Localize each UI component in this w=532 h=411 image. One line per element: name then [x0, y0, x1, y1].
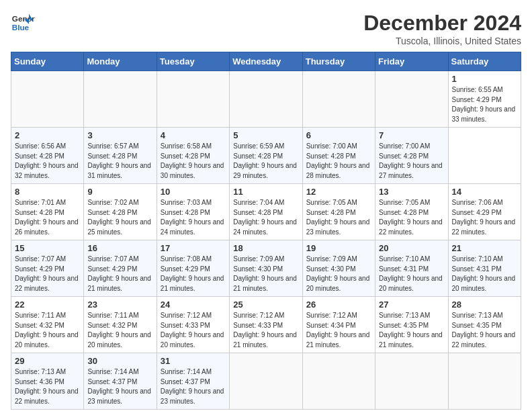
calendar-cell: 28Sunrise: 7:13 AMSunset: 4:35 PMDayligh…	[448, 297, 521, 353]
calendar-cell: 29Sunrise: 7:13 AMSunset: 4:36 PMDayligh…	[11, 353, 84, 410]
calendar-cell	[230, 71, 302, 128]
day-number: 8	[15, 187, 80, 197]
day-info: Sunrise: 6:59 AMSunset: 4:28 PMDaylight:…	[233, 142, 298, 181]
day-info: Sunrise: 7:01 AMSunset: 4:28 PMDaylight:…	[15, 198, 80, 237]
day-number: 16	[87, 243, 152, 253]
day-number: 24	[161, 300, 226, 310]
calendar-cell	[302, 71, 375, 128]
calendar-cell: 22Sunrise: 7:11 AMSunset: 4:32 PMDayligh…	[11, 297, 84, 353]
day-number: 7	[379, 130, 444, 140]
calendar-cell: 14Sunrise: 7:06 AMSunset: 4:29 PMDayligh…	[448, 184, 521, 240]
day-number: 27	[379, 300, 444, 310]
calendar-cell	[84, 71, 157, 128]
svg-text:Blue: Blue	[12, 23, 30, 32]
day-info: Sunrise: 7:12 AMSunset: 4:33 PMDaylight:…	[233, 311, 298, 350]
calendar-cell: 11Sunrise: 7:04 AMSunset: 4:28 PMDayligh…	[230, 184, 302, 240]
day-number: 26	[306, 300, 371, 310]
day-number: 21	[452, 243, 517, 253]
day-info: Sunrise: 6:58 AMSunset: 4:28 PMDaylight:…	[161, 142, 226, 181]
calendar-cell: 13Sunrise: 7:05 AMSunset: 4:28 PMDayligh…	[375, 184, 448, 240]
day-info: Sunrise: 7:00 AMSunset: 4:28 PMDaylight:…	[306, 142, 371, 181]
calendar-cell: 3Sunrise: 6:57 AMSunset: 4:28 PMDaylight…	[84, 128, 157, 184]
day-info: Sunrise: 7:10 AMSunset: 4:31 PMDaylight:…	[452, 255, 517, 293]
calendar-cell	[157, 71, 229, 128]
day-info: Sunrise: 7:14 AMSunset: 4:37 PMDaylight:…	[87, 367, 152, 406]
day-info: Sunrise: 6:57 AMSunset: 4:28 PMDaylight:…	[87, 142, 152, 181]
day-number: 28	[452, 300, 517, 310]
calendar-cell	[375, 353, 448, 410]
day-info: Sunrise: 7:07 AMSunset: 4:29 PMDaylight:…	[15, 255, 80, 293]
calendar-cell: 31Sunrise: 7:14 AMSunset: 4:37 PMDayligh…	[157, 353, 229, 410]
day-number: 23	[87, 300, 152, 310]
calendar-cell	[375, 71, 448, 128]
calendar-cell: 5Sunrise: 6:59 AMSunset: 4:28 PMDaylight…	[230, 128, 302, 184]
day-info: Sunrise: 7:13 AMSunset: 4:35 PMDaylight:…	[452, 311, 517, 350]
calendar-cell: 1Sunrise: 6:55 AMSunset: 4:29 PMDaylight…	[448, 71, 521, 128]
day-info: Sunrise: 7:00 AMSunset: 4:28 PMDaylight:…	[379, 142, 444, 181]
calendar-header-saturday: Saturday	[448, 52, 521, 71]
title-area: December 2024 Tuscola, Illinois, United …	[363, 11, 521, 46]
day-info: Sunrise: 7:07 AMSunset: 4:29 PMDaylight:…	[87, 255, 152, 293]
day-info: Sunrise: 7:06 AMSunset: 4:29 PMDaylight:…	[452, 198, 517, 237]
day-number: 19	[306, 243, 371, 253]
calendar-cell	[11, 71, 84, 128]
page-title: December 2024	[363, 11, 521, 36]
day-info: Sunrise: 7:05 AMSunset: 4:28 PMDaylight:…	[379, 198, 444, 237]
header: General Blue December 2024 Tuscola, Illi…	[11, 11, 521, 46]
day-number: 29	[15, 356, 80, 366]
day-info: Sunrise: 7:04 AMSunset: 4:28 PMDaylight:…	[233, 198, 298, 237]
day-info: Sunrise: 7:05 AMSunset: 4:28 PMDaylight:…	[306, 198, 371, 237]
calendar-header-row: SundayMondayTuesdayWednesdayThursdayFrid…	[11, 52, 521, 71]
page-subtitle: Tuscola, Illinois, United States	[363, 36, 521, 46]
calendar-cell: 16Sunrise: 7:07 AMSunset: 4:29 PMDayligh…	[84, 240, 157, 297]
calendar-cell: 17Sunrise: 7:08 AMSunset: 4:29 PMDayligh…	[157, 240, 229, 297]
day-number: 25	[233, 300, 298, 310]
day-number: 17	[161, 243, 226, 253]
day-info: Sunrise: 7:11 AMSunset: 4:32 PMDaylight:…	[87, 311, 152, 350]
calendar-table: SundayMondayTuesdayWednesdayThursdayFrid…	[11, 52, 521, 410]
day-info: Sunrise: 6:55 AMSunset: 4:29 PMDaylight:…	[452, 85, 517, 124]
calendar-week-row: 22Sunrise: 7:11 AMSunset: 4:32 PMDayligh…	[11, 297, 521, 353]
day-info: Sunrise: 7:11 AMSunset: 4:32 PMDaylight:…	[15, 311, 80, 350]
day-info: Sunrise: 7:13 AMSunset: 4:36 PMDaylight:…	[15, 367, 80, 406]
calendar-cell: 24Sunrise: 7:12 AMSunset: 4:33 PMDayligh…	[157, 297, 229, 353]
calendar-week-row: 2Sunrise: 6:56 AMSunset: 4:28 PMDaylight…	[11, 128, 521, 184]
day-number: 22	[15, 300, 80, 310]
calendar-header-wednesday: Wednesday	[230, 52, 302, 71]
day-number: 18	[233, 243, 298, 253]
day-number: 11	[233, 187, 298, 197]
calendar-week-row: 15Sunrise: 7:07 AMSunset: 4:29 PMDayligh…	[11, 240, 521, 297]
logo-icon: General Blue	[11, 11, 35, 35]
calendar-cell: 23Sunrise: 7:11 AMSunset: 4:32 PMDayligh…	[84, 297, 157, 353]
day-number: 13	[379, 187, 444, 197]
calendar-cell: 7Sunrise: 7:00 AMSunset: 4:28 PMDaylight…	[375, 128, 448, 184]
calendar-header-monday: Monday	[84, 52, 157, 71]
calendar-cell: 20Sunrise: 7:10 AMSunset: 4:31 PMDayligh…	[375, 240, 448, 297]
day-number: 1	[452, 74, 517, 84]
calendar-cell: 2Sunrise: 6:56 AMSunset: 4:28 PMDaylight…	[11, 128, 84, 184]
day-info: Sunrise: 6:56 AMSunset: 4:28 PMDaylight:…	[15, 142, 80, 181]
calendar-week-row: 29Sunrise: 7:13 AMSunset: 4:36 PMDayligh…	[11, 353, 521, 410]
day-info: Sunrise: 7:09 AMSunset: 4:30 PMDaylight:…	[233, 255, 298, 293]
calendar-cell	[230, 353, 302, 410]
day-info: Sunrise: 7:13 AMSunset: 4:35 PMDaylight:…	[379, 311, 444, 350]
calendar-header-thursday: Thursday	[302, 52, 375, 71]
calendar-header-tuesday: Tuesday	[157, 52, 229, 71]
day-info: Sunrise: 7:03 AMSunset: 4:28 PMDaylight:…	[161, 198, 226, 237]
day-info: Sunrise: 7:12 AMSunset: 4:34 PMDaylight:…	[306, 311, 371, 350]
calendar-cell: 15Sunrise: 7:07 AMSunset: 4:29 PMDayligh…	[11, 240, 84, 297]
day-number: 3	[87, 130, 152, 140]
calendar-cell: 21Sunrise: 7:10 AMSunset: 4:31 PMDayligh…	[448, 240, 521, 297]
day-number: 6	[306, 130, 371, 140]
day-number: 9	[87, 187, 152, 197]
calendar-cell: 6Sunrise: 7:00 AMSunset: 4:28 PMDaylight…	[302, 128, 375, 184]
day-info: Sunrise: 7:09 AMSunset: 4:30 PMDaylight:…	[306, 255, 371, 293]
day-info: Sunrise: 7:14 AMSunset: 4:37 PMDaylight:…	[161, 367, 226, 406]
calendar-cell: 4Sunrise: 6:58 AMSunset: 4:28 PMDaylight…	[157, 128, 229, 184]
day-number: 31	[161, 356, 226, 366]
calendar-cell: 10Sunrise: 7:03 AMSunset: 4:28 PMDayligh…	[157, 184, 229, 240]
day-number: 30	[87, 356, 152, 366]
calendar-cell: 25Sunrise: 7:12 AMSunset: 4:33 PMDayligh…	[230, 297, 302, 353]
calendar-cell: 30Sunrise: 7:14 AMSunset: 4:37 PMDayligh…	[84, 353, 157, 410]
day-info: Sunrise: 7:10 AMSunset: 4:31 PMDaylight:…	[379, 255, 444, 293]
